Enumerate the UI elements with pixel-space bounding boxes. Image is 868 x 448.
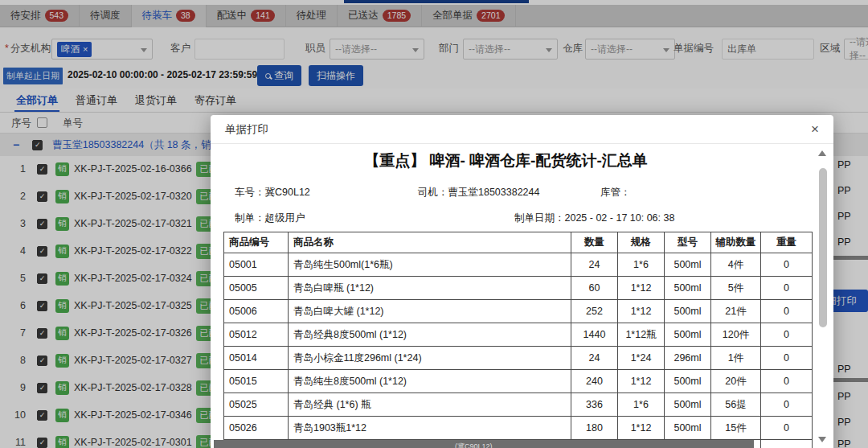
scroll-up-icon[interactable] [818, 150, 826, 156]
print-dialog-title: 单据打印 [225, 122, 268, 137]
product-cell: 240 [571, 370, 618, 393]
product-cell: 0 [761, 253, 813, 277]
product-cell: 24 [571, 253, 618, 277]
product-cell: 1*12 [618, 417, 665, 440]
product-cell: 336 [571, 393, 618, 417]
product-row: 05001青岛纯生500ml(1*6瓶)241*6500ml4件0 [224, 253, 813, 277]
product-cell: 05012 [224, 323, 289, 347]
scroll-down-icon[interactable] [818, 437, 826, 442]
product-cell: 青岛经典8度500ml (1*12) [289, 323, 571, 347]
document-title: 【重点】 啤酒- 啤酒仓库-配货统计-汇总单 [211, 150, 801, 171]
product-cell: 0 [761, 277, 813, 300]
page-footer-fragment: (冀C90L12) [455, 442, 493, 448]
product-cell: 252 [571, 300, 618, 323]
product-cell: 青岛1903瓶1*12 [289, 417, 571, 440]
product-cell: 15件 [711, 417, 761, 440]
product-cell: 20件 [711, 370, 761, 393]
product-cell: 0 [761, 393, 813, 417]
product-cell [761, 440, 813, 448]
product-row: 05005青岛白啤瓶 (1*12)601*12500ml5件0 [224, 277, 813, 300]
print-dialog: 单据打印 × 【重点】 啤酒- 啤酒仓库-配货统计-汇总单 车号：冀C90L12… [211, 115, 833, 448]
product-cell: 青岛小棕金11度296ml (1*24) [289, 347, 571, 370]
product-cell: 0 [761, 323, 813, 347]
product-cell: 05015 [224, 370, 289, 393]
product-cell: 1*6 [618, 253, 665, 277]
close-icon[interactable]: × [811, 122, 819, 136]
product-cell: 05025 [224, 393, 289, 417]
product-cell: 296ml [665, 347, 711, 370]
column-header: 辅助数量 [711, 232, 761, 253]
product-cell: 1440 [571, 323, 618, 347]
column-header: 数量 [571, 232, 618, 253]
column-header: 型号 [665, 232, 711, 253]
product-cell: 青岛纯生500ml(1*6瓶) [289, 253, 571, 277]
product-cell: 0 [761, 417, 813, 440]
product-cell: 500ml [665, 417, 711, 440]
product-cell: 5件 [711, 277, 761, 300]
make-date-info: 制单日期：2025 - 02 - 17 10: 06: 38 [514, 212, 674, 225]
product-row: 05015青岛纯生8度500ml (1*12)2401*12500ml20件0 [224, 370, 813, 393]
product-cell: 青岛白啤大罐 (1*12) [289, 300, 571, 323]
column-header: 商品名称 [289, 232, 571, 253]
product-cell: 120件 [711, 323, 761, 347]
page-edge-strip: (冀C90L12) [214, 440, 754, 448]
product-cell: 青岛经典 (1*6) 瓶 [289, 393, 571, 417]
product-cell: 05026 [224, 417, 289, 440]
product-cell: 0 [761, 370, 813, 393]
column-header: 重量 [761, 232, 813, 253]
column-header: 商品编号 [224, 232, 289, 253]
product-cell: 05001 [224, 253, 289, 277]
product-cell: 0 [761, 300, 813, 323]
product-cell: 青岛纯生8度500ml (1*12) [289, 370, 571, 393]
table-header-row: 商品编号商品名称数量规格型号辅助数量重量 [224, 232, 813, 253]
product-cell: 500ml [665, 370, 711, 393]
product-cell: 05014 [224, 347, 289, 370]
product-cell: 1*24 [618, 347, 665, 370]
product-cell: 500ml [665, 253, 711, 277]
product-cell: 4件 [711, 253, 761, 277]
product-cell: 500ml [665, 393, 711, 417]
vehicle-info: 车号：冀C90L12 [235, 186, 310, 199]
product-cell: 05006 [224, 300, 289, 323]
product-cell: 青岛白啤瓶 (1*12) [289, 277, 571, 300]
product-cell: 0 [761, 347, 813, 370]
product-row: 05014青岛小棕金11度296ml (1*24)241*24296ml1件0 [224, 347, 813, 370]
scrollbar-thumb[interactable] [819, 168, 827, 327]
product-row: 05006青岛白啤大罐 (1*12)2521*12500ml21件0 [224, 300, 813, 323]
product-cell: 1*12 [618, 277, 665, 300]
product-cell: 56提 [711, 393, 761, 417]
product-cell: 24 [571, 347, 618, 370]
product-row: 05012青岛经典8度500ml (1*12)14401*12瓶500ml120… [224, 323, 813, 347]
product-cell: 180 [571, 417, 618, 440]
product-cell: 60 [571, 277, 618, 300]
print-dialog-header: 单据打印 × [211, 115, 833, 144]
maker-info: 制单：超级用户 [235, 212, 305, 225]
product-row: 05025青岛经典 (1*6) 瓶3361*6500ml56提0 [224, 393, 813, 417]
product-row: 05026青岛1903瓶1*121801*12500ml15件0 [224, 417, 813, 440]
keeper-info: 库管： [600, 186, 631, 199]
product-cell: 1件 [711, 347, 761, 370]
product-cell: 1*12 [618, 300, 665, 323]
product-cell: 1*12 [618, 370, 665, 393]
product-cell: 1*6 [618, 393, 665, 417]
product-summary-table: 商品编号商品名称数量规格型号辅助数量重量 05001青岛纯生500ml(1*6瓶… [223, 232, 813, 448]
product-cell: 500ml [665, 323, 711, 347]
product-cell: 21件 [711, 300, 761, 323]
product-cell: 500ml [665, 277, 711, 300]
product-cell: 05005 [224, 277, 289, 300]
driver-info: 司机：曹玉堂18503382244 [418, 186, 539, 199]
product-cell: 500ml [665, 300, 711, 323]
column-header: 规格 [618, 232, 665, 253]
product-cell: 1*12瓶 [618, 323, 665, 347]
